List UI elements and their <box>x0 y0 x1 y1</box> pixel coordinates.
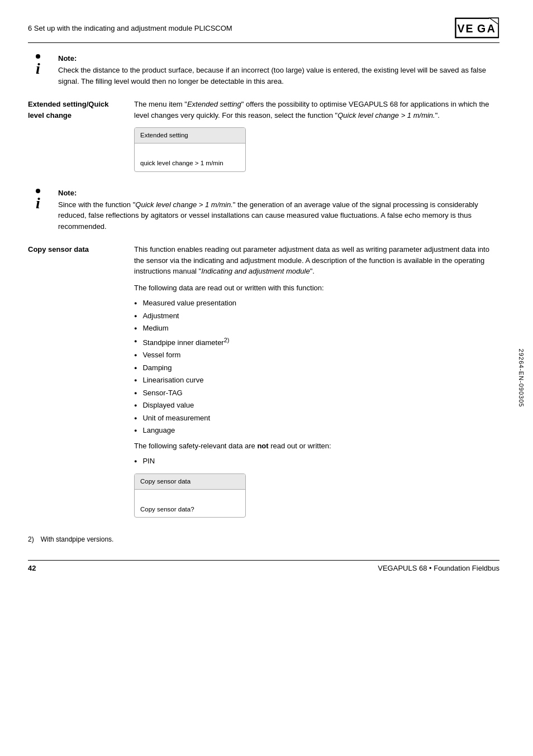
copy-sensor-para1: This function enables reading out parame… <box>134 244 499 277</box>
list-item: Medium <box>134 323 499 334</box>
page-header: 6 Set up with the indicating and adjustm… <box>28 17 499 43</box>
list-item: Linearisation curve <box>134 375 499 386</box>
extended-setting-content: The menu item "Extended setting" offers … <box>134 99 499 179</box>
copy-sensor-content: This function enables reading out parame… <box>134 244 499 524</box>
footnote: 2) With standpipe versions. <box>28 535 499 543</box>
list-item: Displayed value <box>134 400 499 411</box>
menu-box-header: Extended setting <box>135 128 245 143</box>
copy-sensor-menu-item: Copy sensor data? <box>135 502 245 517</box>
copy-sensor-menu-spacer <box>135 490 245 502</box>
list-item: Sensor-TAG <box>134 387 499 399</box>
menu-box-item: quick level change > 1 m/min <box>135 156 245 171</box>
page-footer: 42 VEGAPULS 68 • Foundation Fieldbus <box>28 560 499 572</box>
extended-setting-para: The menu item "Extended setting" offers … <box>134 99 499 121</box>
product-name: VEGAPULS 68 • Foundation Fieldbus <box>378 564 499 572</box>
note-icon-col-2: i <box>28 189 48 211</box>
header-title: 6 Set up with the indicating and adjustm… <box>28 24 232 32</box>
extended-setting-menu-box: Extended setting quick level change > 1 … <box>134 127 246 172</box>
extended-setting-label: Extended setting/Quick level change <box>28 99 134 121</box>
page-wrapper: 6 Set up with the indicating and adjustm… <box>0 0 533 756</box>
copy-sensor-menu-box: Copy sensor data Copy sensor data? <box>134 473 246 518</box>
list-item: Standpipe inner diameter2) <box>134 336 499 348</box>
note-block-1: i Note: Check the distance to the produc… <box>28 54 499 87</box>
note-icon-1: i <box>36 61 40 76</box>
list-item: Unit of measurement <box>134 413 499 424</box>
note-text-2: Since with the function "Quick level cha… <box>58 199 499 232</box>
list-item: Measured value presentation <box>134 298 499 309</box>
copy-sensor-label: Copy sensor data <box>28 244 134 255</box>
note-dot-2 <box>36 189 40 193</box>
list-item: Damping <box>134 362 499 374</box>
note-title-1: Note: <box>58 54 499 63</box>
footnote-text: With standpipe versions. <box>41 535 114 543</box>
note-icon-2: i <box>36 195 40 211</box>
list-item: PIN <box>134 456 499 467</box>
list-item: Language <box>134 425 499 436</box>
not-written-list: PIN <box>134 456 499 467</box>
note-content-1: Note: Check the distance to the product … <box>58 54 499 87</box>
copy-sensor-menu-header: Copy sensor data <box>135 474 245 490</box>
note-dot-1 <box>36 54 40 59</box>
company-logo: V E G A <box>455 17 499 39</box>
svg-text:V: V <box>457 22 464 35</box>
list-item: Vessel form <box>134 350 499 361</box>
page-number: 42 <box>28 564 36 572</box>
note-block-2: i Note: Since with the function "Quick l… <box>28 189 499 232</box>
copy-sensor-bullet-list: Measured value presentation Adjustment M… <box>134 298 499 436</box>
svg-text:E: E <box>466 22 473 35</box>
svg-text:G: G <box>477 22 486 35</box>
svg-text:A: A <box>487 22 495 35</box>
footnote-marker: 2) <box>28 535 34 543</box>
note-text-1: Check the distance to the product surfac… <box>58 65 499 87</box>
side-text: 29264-EN-090305 <box>518 349 525 408</box>
note-icon-col-1: i <box>28 54 48 76</box>
copy-sensor-section: Copy sensor data This function enables r… <box>28 244 499 524</box>
list-item: Adjustment <box>134 310 499 322</box>
note-content-2: Note: Since with the function "Quick lev… <box>58 189 499 232</box>
extended-setting-section: Extended setting/Quick level change The … <box>28 99 499 179</box>
vega-logo-svg: V E G A <box>455 17 499 39</box>
not-written-para: The following safety-relevant data are n… <box>134 441 499 452</box>
menu-box-spacer <box>135 143 245 156</box>
copy-sensor-para2: The following data are read out or writt… <box>134 283 499 294</box>
note-title-2: Note: <box>58 189 499 197</box>
